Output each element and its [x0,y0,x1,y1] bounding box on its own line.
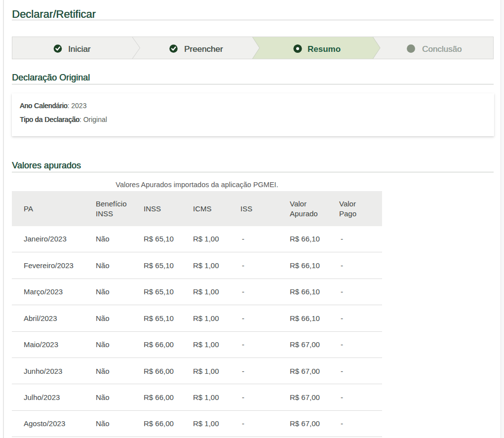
svg-text:Preencher: Preencher [184,44,223,54]
svg-text:Conclusão: Conclusão [422,44,462,54]
svg-text:Resumo: Resumo [308,44,341,54]
svg-text:Iniciar: Iniciar [68,44,91,54]
